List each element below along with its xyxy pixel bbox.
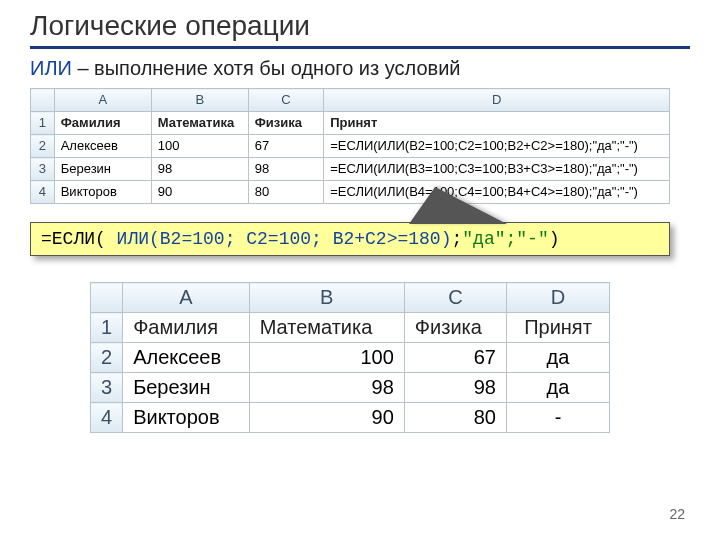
cell: да xyxy=(507,343,610,373)
subtitle-rest: – выполнение хотя бы одного из условий xyxy=(72,57,461,79)
cell: 98 xyxy=(249,373,404,403)
col-d: D xyxy=(507,283,610,313)
col-a: A xyxy=(123,283,250,313)
col-b: B xyxy=(151,89,248,112)
corner-cell xyxy=(31,89,55,112)
cell: 80 xyxy=(404,403,506,433)
col-c: C xyxy=(248,89,323,112)
row-1: 1 xyxy=(31,112,55,135)
row-3: 3 xyxy=(91,373,123,403)
hdr-d: Принят xyxy=(324,112,670,135)
cell: да xyxy=(507,373,610,403)
callout-pointer xyxy=(410,188,505,224)
corner-cell xyxy=(91,283,123,313)
cell: 67 xyxy=(248,135,323,158)
formula-callout: =ЕСЛИ( ИЛИ(B2=100; C2=100; B2+C2>=180);"… xyxy=(30,222,670,256)
formula-p1: =ЕСЛИ( xyxy=(41,229,106,249)
col-b: B xyxy=(249,283,404,313)
hdr-b: Математика xyxy=(151,112,248,135)
hdr-c: Физика xyxy=(404,313,506,343)
row-4: 4 xyxy=(91,403,123,433)
formula-p3: ; xyxy=(451,229,462,249)
hdr-c: Физика xyxy=(248,112,323,135)
cell: 80 xyxy=(248,181,323,204)
hdr-d: Принят xyxy=(507,313,610,343)
formula-p5: ) xyxy=(549,229,560,249)
hdr-a: Фамилия xyxy=(123,313,250,343)
result-sheet: A B C D 1 Фамилия Математика Физика Прин… xyxy=(90,282,610,433)
page-title: Логические операции xyxy=(30,10,690,44)
col-d: D xyxy=(324,89,670,112)
cell: 90 xyxy=(151,181,248,204)
subtitle: ИЛИ – выполнение хотя бы одного из услов… xyxy=(30,57,690,80)
hdr-a: Фамилия xyxy=(54,112,151,135)
row-3: 3 xyxy=(31,158,55,181)
cell: 100 xyxy=(249,343,404,373)
cell: =ЕСЛИ(ИЛИ(B2=100;C2=100;B2+C2>=180);"да"… xyxy=(324,135,670,158)
cell: 98 xyxy=(404,373,506,403)
cell: Березин xyxy=(123,373,250,403)
col-a: A xyxy=(54,89,151,112)
cell: - xyxy=(507,403,610,433)
row-2: 2 xyxy=(91,343,123,373)
cell: 100 xyxy=(151,135,248,158)
cell: 90 xyxy=(249,403,404,433)
cell: =ЕСЛИ(ИЛИ(B3=100;C3=100;B3+C3>=180);"да"… xyxy=(324,158,670,181)
cell: 98 xyxy=(151,158,248,181)
row-1: 1 xyxy=(91,313,123,343)
row-2: 2 xyxy=(31,135,55,158)
cell: 67 xyxy=(404,343,506,373)
cell: Викторов xyxy=(123,403,250,433)
page-number: 22 xyxy=(669,506,685,522)
formula-p2: ИЛИ(B2=100; C2=100; B2+C2>=180) xyxy=(106,229,452,249)
subtitle-keyword: ИЛИ xyxy=(30,57,72,79)
cell: Алексеев xyxy=(123,343,250,373)
cell: 98 xyxy=(248,158,323,181)
formula-sheet: A B C D 1 Фамилия Математика Физика Прин… xyxy=(30,88,670,204)
cell: Березин xyxy=(54,158,151,181)
hdr-b: Математика xyxy=(249,313,404,343)
cell: Викторов xyxy=(54,181,151,204)
row-4: 4 xyxy=(31,181,55,204)
formula-p4: "да";"-" xyxy=(462,229,548,249)
cell: Алексеев xyxy=(54,135,151,158)
col-c: C xyxy=(404,283,506,313)
